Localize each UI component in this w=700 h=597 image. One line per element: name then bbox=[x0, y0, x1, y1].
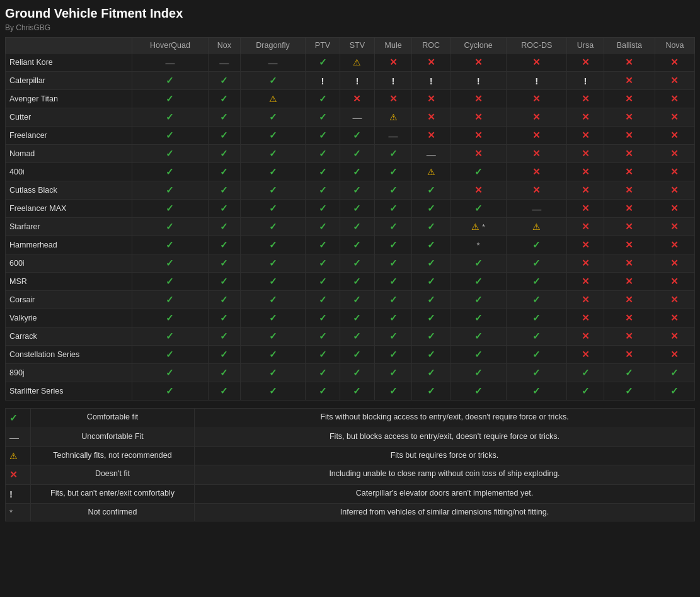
ship-name: Hammerhead bbox=[6, 236, 132, 254]
exclaim-icon: ! bbox=[535, 76, 538, 86]
cross-icon: ✕ bbox=[532, 93, 541, 104]
cell-cross: ✕ bbox=[450, 108, 506, 127]
cross-icon: ✕ bbox=[582, 294, 590, 305]
cell-check: ✓ bbox=[412, 236, 450, 254]
cross-icon: ✕ bbox=[670, 312, 679, 323]
check-icon: ✓ bbox=[269, 111, 277, 122]
cell-cross: ✕ bbox=[374, 90, 411, 108]
cell-check: ✓ bbox=[340, 200, 374, 218]
cell-cross: ✕ bbox=[655, 218, 694, 236]
check-icon: ✓ bbox=[353, 221, 361, 232]
cross-icon: ✕ bbox=[670, 349, 679, 360]
cell-check: ✓ bbox=[412, 200, 450, 218]
cell-cross: ✕ bbox=[567, 346, 604, 364]
check-icon: ✓ bbox=[319, 166, 327, 177]
cross-icon: ✕ bbox=[670, 93, 679, 104]
check-icon: ✓ bbox=[269, 130, 277, 140]
cross-icon: ✕ bbox=[389, 57, 398, 67]
cross-icon: ✕ bbox=[582, 148, 590, 159]
star-icon: * bbox=[477, 241, 480, 250]
cell-cross: ✕ bbox=[604, 254, 655, 273]
cell-cross: ✕ bbox=[655, 346, 694, 364]
cross-icon: ✕ bbox=[532, 148, 541, 159]
check-icon: ✓ bbox=[269, 239, 277, 250]
cell-check: ✓ bbox=[208, 145, 240, 163]
cross-icon: ✕ bbox=[625, 239, 633, 250]
cell-cross: ✕ bbox=[655, 327, 694, 346]
cell-check: ✓ bbox=[340, 364, 374, 382]
dash-icon: — bbox=[427, 149, 436, 159]
cell-check: ✓ bbox=[241, 127, 306, 145]
cell-check: ✓ bbox=[306, 346, 340, 364]
table-row: Avenger Titan✓✓⚠✓✕✕✕✕✕✕✕✕ bbox=[6, 90, 695, 108]
cell-check: ✓ bbox=[208, 309, 240, 327]
ship-name: Constellation Series bbox=[6, 346, 132, 364]
ship-name: Freelancer MAX bbox=[6, 200, 132, 218]
cell-check: ✓ bbox=[374, 364, 411, 382]
cell-check: ✓ bbox=[306, 145, 340, 163]
cell-check: ✓ bbox=[132, 236, 208, 254]
cell-cross: ✕ bbox=[412, 127, 450, 145]
cell-check: ✓ bbox=[132, 291, 208, 309]
cross-icon: ✕ bbox=[582, 258, 590, 268]
cell-check: ✓ bbox=[208, 273, 240, 291]
check-icon: ✓ bbox=[269, 367, 277, 378]
table-row: Freelancer MAX✓✓✓✓✓✓✓✓—✕✕✕ bbox=[6, 200, 695, 218]
cell-check: ✓ bbox=[306, 127, 340, 145]
cell-check: ✓ bbox=[507, 236, 567, 254]
cross-icon: ✕ bbox=[474, 185, 483, 195]
check-icon: ✓ bbox=[353, 185, 361, 195]
warn-icon: ⚠ bbox=[532, 222, 541, 232]
check-icon: ✓ bbox=[532, 294, 541, 305]
ship-name: Cutlass Black bbox=[6, 181, 132, 200]
check-icon: ✓ bbox=[220, 130, 228, 140]
cell-check: ✓ bbox=[306, 364, 340, 382]
ship-name: Caterpillar bbox=[6, 72, 132, 90]
cross-icon: ✕ bbox=[670, 203, 679, 213]
cell-check: ✓ bbox=[374, 200, 411, 218]
cell-check: ✓ bbox=[604, 382, 655, 401]
cell-cross: ✕ bbox=[655, 254, 694, 273]
check-icon: ✓ bbox=[269, 203, 277, 213]
check-icon: ✓ bbox=[166, 166, 174, 177]
cell-check: ✓ bbox=[507, 254, 567, 273]
check-icon: ✓ bbox=[166, 93, 174, 104]
cell-cross: ✕ bbox=[412, 54, 450, 72]
cell-check: ✓ bbox=[241, 145, 306, 163]
cross-icon: ✕ bbox=[625, 203, 633, 213]
check-icon: ✓ bbox=[319, 111, 327, 122]
cell-exclaim: ! bbox=[412, 72, 450, 90]
cell-check: ✓ bbox=[208, 200, 240, 218]
legend-icon-cell: ✕ bbox=[6, 465, 31, 485]
cell-check: ✓ bbox=[450, 163, 506, 181]
table-row: 890j✓✓✓✓✓✓✓✓✓✓✓✓ bbox=[6, 364, 695, 382]
exclaim-icon: ! bbox=[584, 76, 587, 86]
cell-warn-star: ⚠ * bbox=[450, 218, 506, 236]
cell-check: ✓ bbox=[374, 218, 411, 236]
legend-label: Technically fits, not recommended bbox=[31, 447, 195, 465]
cell-check: ✓ bbox=[132, 327, 208, 346]
cell-check: ✓ bbox=[241, 254, 306, 273]
cell-cross: ✕ bbox=[450, 54, 506, 72]
cell-check: ✓ bbox=[208, 163, 240, 181]
cell-warn: ⚠ bbox=[340, 54, 374, 72]
ship-name: Carrack bbox=[6, 327, 132, 346]
check-icon: ✓ bbox=[166, 111, 174, 122]
cell-cross: ✕ bbox=[567, 145, 604, 163]
cross-icon: ✕ bbox=[582, 166, 590, 177]
ship-name: Starlifter Series bbox=[6, 382, 132, 401]
check-icon: ✓ bbox=[625, 367, 633, 378]
cell-check: ✓ bbox=[340, 382, 374, 401]
check-icon: ✓ bbox=[220, 185, 228, 195]
legend-description: Inferred from vehicles of similar dimens… bbox=[195, 504, 695, 521]
cell-check: ✓ bbox=[655, 382, 694, 401]
check-icon: ✓ bbox=[353, 239, 361, 250]
check-icon: ✓ bbox=[353, 203, 361, 213]
cell-check: ✓ bbox=[306, 254, 340, 273]
cell-dash: — bbox=[241, 54, 306, 72]
cell-cross: ✕ bbox=[412, 90, 450, 108]
cross-icon: ✕ bbox=[474, 148, 483, 159]
cell-check: ✓ bbox=[374, 181, 411, 200]
legend-description: Including unable to close ramp without c… bbox=[195, 465, 695, 485]
warn-icon: ⚠ bbox=[9, 451, 18, 461]
